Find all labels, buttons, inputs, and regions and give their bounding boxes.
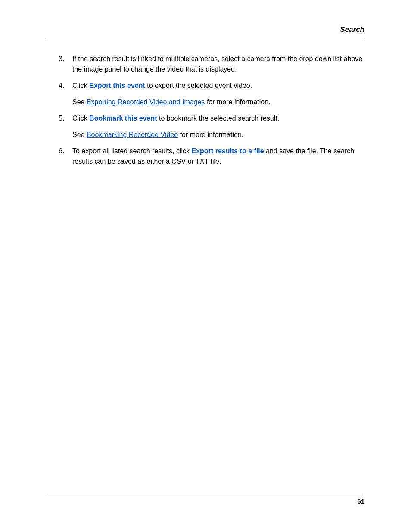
step-4: 4. Click Export this event to export the…	[59, 81, 364, 107]
step-text-pre: Click	[72, 82, 89, 89]
step-number: 5.	[59, 113, 64, 124]
step-number: 6.	[59, 146, 64, 156]
step-5: 5. Click Bookmark this event to bookmark…	[59, 113, 364, 140]
export-results-to-file-label: Export results to a file	[192, 147, 264, 155]
step-number: 4.	[59, 81, 64, 91]
export-this-event-label: Export this event	[89, 82, 145, 89]
step-see-also: See Exporting Recorded Video and Images …	[72, 97, 364, 107]
see-post: for more information.	[178, 131, 243, 138]
see-post: for more information.	[205, 98, 270, 106]
steps-list: 3. If the search result is linked to mul…	[47, 54, 364, 167]
step-see-also: See Bookmarking Recorded Video for more …	[72, 130, 364, 140]
page-number: 61	[357, 498, 364, 505]
step-number: 3.	[59, 54, 64, 64]
page-footer: 61	[47, 494, 364, 507]
see-pre: See	[72, 98, 87, 106]
step-text: If the search result is linked to multip…	[72, 55, 362, 73]
header-title: Search	[340, 25, 364, 34]
step-3: 3. If the search result is linked to mul…	[59, 54, 364, 75]
bookmarking-recorded-video-link[interactable]: Bookmarking Recorded Video	[87, 131, 178, 138]
step-text-post: to export the selected event video.	[145, 82, 252, 89]
bookmark-this-event-label: Bookmark this event	[89, 115, 157, 122]
step-text-pre: To export all listed search results, cli…	[72, 147, 192, 155]
step-text-post: to bookmark the selected search result.	[157, 115, 280, 122]
step-text-pre: Click	[72, 115, 89, 122]
exporting-recorded-video-link[interactable]: Exporting Recorded Video and Images	[87, 98, 205, 106]
step-6: 6. To export all listed search results, …	[59, 146, 364, 167]
page-header: Search	[47, 24, 364, 38]
see-pre: See	[72, 131, 87, 138]
